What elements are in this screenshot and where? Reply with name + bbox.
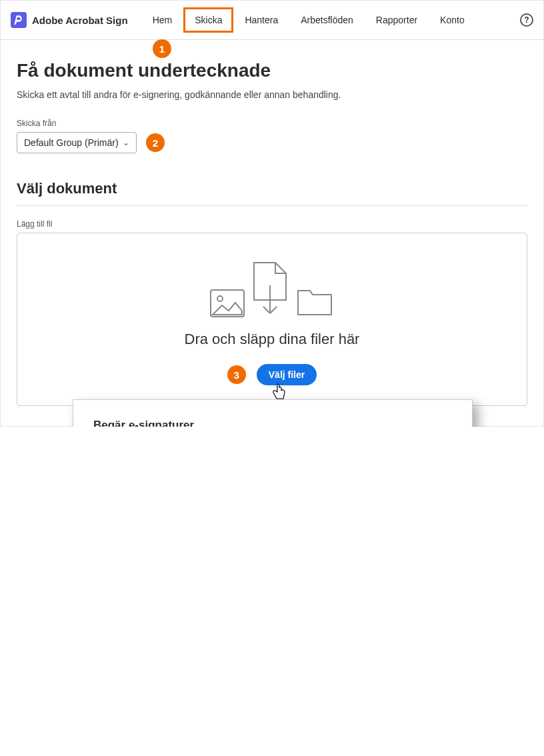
folder-icon: [295, 287, 334, 317]
help-icon[interactable]: ?: [520, 13, 533, 27]
callout-badge-1: 1: [153, 39, 171, 58]
page-subtitle: Skicka ett avtal till andra för e-signer…: [17, 89, 527, 100]
file-dropzone[interactable]: Dra och släpp dina filer här 3 Välj file…: [17, 233, 527, 406]
main-nav: Hem Skicka Hantera Arbetsflöden Rapporte…: [141, 7, 476, 33]
nav-hem[interactable]: Hem: [141, 7, 184, 33]
main-content: Få dokument undertecknade Skicka ett avt…: [1, 40, 543, 426]
send-from-dropdown[interactable]: Default Group (Primär) ⌄: [17, 132, 137, 153]
callout-badge-3: 3: [227, 365, 246, 384]
file-download-icon: [251, 260, 289, 317]
chevron-down-icon: ⌄: [123, 138, 129, 147]
acrobat-logo-icon: [11, 12, 27, 28]
add-file-label: Lägg till fil: [17, 219, 527, 229]
nav-rapporter[interactable]: Rapporter: [365, 7, 429, 33]
dropzone-illustration: [31, 260, 513, 317]
nav-konto[interactable]: Konto: [429, 7, 476, 33]
nav-hantera[interactable]: Hantera: [233, 7, 289, 33]
file-picker-modal: Begär e-signaturer Min dator Senast anvä…: [73, 399, 473, 427]
svg-rect-0: [211, 290, 244, 317]
select-documents-heading: Välj dokument: [17, 180, 527, 206]
modal-title: Begär e-signaturer: [93, 419, 452, 427]
callout-badge-2: 2: [146, 133, 165, 152]
app-header: Adobe Acrobat Sign Hem Skicka Hantera Ar…: [1, 1, 543, 40]
nav-arbetsfloden[interactable]: Arbetsflöden: [289, 7, 365, 33]
dropzone-text: Dra och släpp dina filer här: [31, 331, 513, 348]
brand-name: Adobe Acrobat Sign: [32, 15, 128, 26]
nav-skicka[interactable]: Skicka: [183, 7, 233, 33]
brand-logo: Adobe Acrobat Sign: [11, 12, 128, 28]
svg-point-1: [217, 296, 223, 301]
page-title: Få dokument undertecknade: [17, 60, 527, 81]
choose-files-button[interactable]: Välj filer: [257, 364, 317, 385]
send-from-label: Skicka från: [17, 119, 527, 128]
image-icon: [210, 289, 245, 317]
send-from-value: Default Group (Primär): [24, 137, 119, 148]
